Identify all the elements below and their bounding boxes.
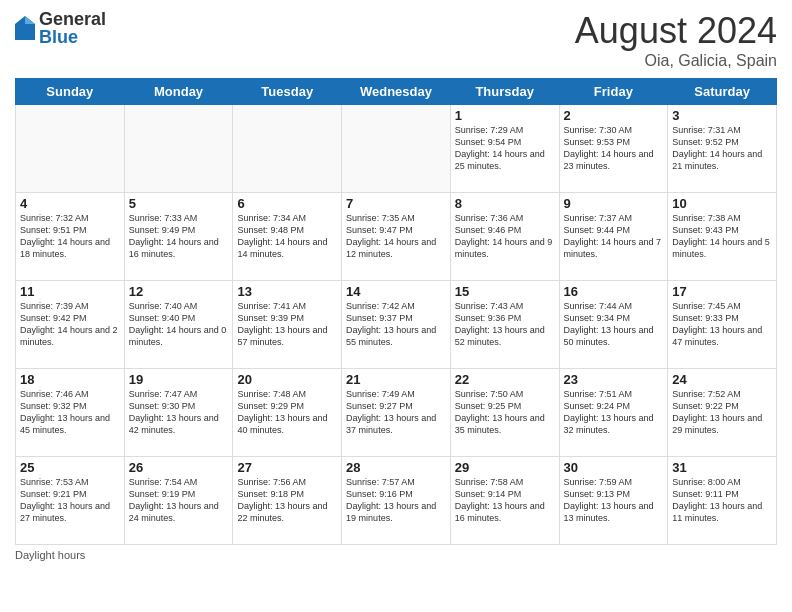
logo-text: General Blue bbox=[39, 10, 106, 46]
day-number: 23 bbox=[564, 372, 664, 387]
day-cell: 16Sunrise: 7:44 AM Sunset: 9:34 PM Dayli… bbox=[559, 281, 668, 369]
day-info: Sunrise: 7:42 AM Sunset: 9:37 PM Dayligh… bbox=[346, 300, 446, 349]
day-info: Sunrise: 7:45 AM Sunset: 9:33 PM Dayligh… bbox=[672, 300, 772, 349]
day-cell: 21Sunrise: 7:49 AM Sunset: 9:27 PM Dayli… bbox=[342, 369, 451, 457]
day-cell bbox=[342, 105, 451, 193]
logo-blue: Blue bbox=[39, 28, 106, 46]
day-number: 8 bbox=[455, 196, 555, 211]
day-number: 19 bbox=[129, 372, 229, 387]
day-number: 10 bbox=[672, 196, 772, 211]
footer-label: Daylight hours bbox=[15, 549, 85, 561]
day-info: Sunrise: 7:48 AM Sunset: 9:29 PM Dayligh… bbox=[237, 388, 337, 437]
day-number: 21 bbox=[346, 372, 446, 387]
day-number: 25 bbox=[20, 460, 120, 475]
day-cell: 29Sunrise: 7:58 AM Sunset: 9:14 PM Dayli… bbox=[450, 457, 559, 545]
day-info: Sunrise: 7:43 AM Sunset: 9:36 PM Dayligh… bbox=[455, 300, 555, 349]
day-cell: 17Sunrise: 7:45 AM Sunset: 9:33 PM Dayli… bbox=[668, 281, 777, 369]
day-cell: 3Sunrise: 7:31 AM Sunset: 9:52 PM Daylig… bbox=[668, 105, 777, 193]
day-number: 3 bbox=[672, 108, 772, 123]
day-info: Sunrise: 7:31 AM Sunset: 9:52 PM Dayligh… bbox=[672, 124, 772, 173]
day-number: 1 bbox=[455, 108, 555, 123]
day-cell: 13Sunrise: 7:41 AM Sunset: 9:39 PM Dayli… bbox=[233, 281, 342, 369]
day-number: 29 bbox=[455, 460, 555, 475]
day-cell: 25Sunrise: 7:53 AM Sunset: 9:21 PM Dayli… bbox=[16, 457, 125, 545]
week-row-4: 25Sunrise: 7:53 AM Sunset: 9:21 PM Dayli… bbox=[16, 457, 777, 545]
header-monday: Monday bbox=[124, 79, 233, 105]
day-cell: 23Sunrise: 7:51 AM Sunset: 9:24 PM Dayli… bbox=[559, 369, 668, 457]
day-info: Sunrise: 7:59 AM Sunset: 9:13 PM Dayligh… bbox=[564, 476, 664, 525]
day-info: Sunrise: 7:51 AM Sunset: 9:24 PM Dayligh… bbox=[564, 388, 664, 437]
header-sunday: Sunday bbox=[16, 79, 125, 105]
header: General Blue August 2024 Oia, Galicia, S… bbox=[15, 10, 777, 70]
day-info: Sunrise: 7:56 AM Sunset: 9:18 PM Dayligh… bbox=[237, 476, 337, 525]
footer: Daylight hours bbox=[15, 549, 777, 561]
day-number: 24 bbox=[672, 372, 772, 387]
day-cell: 12Sunrise: 7:40 AM Sunset: 9:40 PM Dayli… bbox=[124, 281, 233, 369]
day-cell: 30Sunrise: 7:59 AM Sunset: 9:13 PM Dayli… bbox=[559, 457, 668, 545]
header-friday: Friday bbox=[559, 79, 668, 105]
day-number: 12 bbox=[129, 284, 229, 299]
day-info: Sunrise: 8:00 AM Sunset: 9:11 PM Dayligh… bbox=[672, 476, 772, 525]
day-number: 5 bbox=[129, 196, 229, 211]
day-info: Sunrise: 7:39 AM Sunset: 9:42 PM Dayligh… bbox=[20, 300, 120, 349]
day-number: 16 bbox=[564, 284, 664, 299]
day-number: 9 bbox=[564, 196, 664, 211]
day-cell: 6Sunrise: 7:34 AM Sunset: 9:48 PM Daylig… bbox=[233, 193, 342, 281]
title-block: August 2024 Oia, Galicia, Spain bbox=[575, 10, 777, 70]
day-cell: 15Sunrise: 7:43 AM Sunset: 9:36 PM Dayli… bbox=[450, 281, 559, 369]
day-number: 2 bbox=[564, 108, 664, 123]
day-number: 15 bbox=[455, 284, 555, 299]
day-cell: 7Sunrise: 7:35 AM Sunset: 9:47 PM Daylig… bbox=[342, 193, 451, 281]
day-cell: 8Sunrise: 7:36 AM Sunset: 9:46 PM Daylig… bbox=[450, 193, 559, 281]
week-row-3: 18Sunrise: 7:46 AM Sunset: 9:32 PM Dayli… bbox=[16, 369, 777, 457]
day-info: Sunrise: 7:49 AM Sunset: 9:27 PM Dayligh… bbox=[346, 388, 446, 437]
day-info: Sunrise: 7:29 AM Sunset: 9:54 PM Dayligh… bbox=[455, 124, 555, 173]
day-number: 26 bbox=[129, 460, 229, 475]
day-cell: 10Sunrise: 7:38 AM Sunset: 9:43 PM Dayli… bbox=[668, 193, 777, 281]
day-info: Sunrise: 7:47 AM Sunset: 9:30 PM Dayligh… bbox=[129, 388, 229, 437]
day-info: Sunrise: 7:35 AM Sunset: 9:47 PM Dayligh… bbox=[346, 212, 446, 261]
day-cell: 4Sunrise: 7:32 AM Sunset: 9:51 PM Daylig… bbox=[16, 193, 125, 281]
day-cell: 26Sunrise: 7:54 AM Sunset: 9:19 PM Dayli… bbox=[124, 457, 233, 545]
day-number: 13 bbox=[237, 284, 337, 299]
day-info: Sunrise: 7:32 AM Sunset: 9:51 PM Dayligh… bbox=[20, 212, 120, 261]
day-cell bbox=[16, 105, 125, 193]
day-info: Sunrise: 7:44 AM Sunset: 9:34 PM Dayligh… bbox=[564, 300, 664, 349]
day-cell bbox=[233, 105, 342, 193]
week-row-0: 1Sunrise: 7:29 AM Sunset: 9:54 PM Daylig… bbox=[16, 105, 777, 193]
day-info: Sunrise: 7:41 AM Sunset: 9:39 PM Dayligh… bbox=[237, 300, 337, 349]
day-cell: 22Sunrise: 7:50 AM Sunset: 9:25 PM Dayli… bbox=[450, 369, 559, 457]
logo-icon bbox=[15, 16, 35, 40]
day-number: 27 bbox=[237, 460, 337, 475]
day-info: Sunrise: 7:36 AM Sunset: 9:46 PM Dayligh… bbox=[455, 212, 555, 261]
day-info: Sunrise: 7:38 AM Sunset: 9:43 PM Dayligh… bbox=[672, 212, 772, 261]
day-info: Sunrise: 7:34 AM Sunset: 9:48 PM Dayligh… bbox=[237, 212, 337, 261]
day-number: 6 bbox=[237, 196, 337, 211]
day-cell: 19Sunrise: 7:47 AM Sunset: 9:30 PM Dayli… bbox=[124, 369, 233, 457]
day-info: Sunrise: 7:54 AM Sunset: 9:19 PM Dayligh… bbox=[129, 476, 229, 525]
day-cell: 20Sunrise: 7:48 AM Sunset: 9:29 PM Dayli… bbox=[233, 369, 342, 457]
day-number: 20 bbox=[237, 372, 337, 387]
day-cell: 9Sunrise: 7:37 AM Sunset: 9:44 PM Daylig… bbox=[559, 193, 668, 281]
day-info: Sunrise: 7:58 AM Sunset: 9:14 PM Dayligh… bbox=[455, 476, 555, 525]
day-number: 28 bbox=[346, 460, 446, 475]
day-number: 22 bbox=[455, 372, 555, 387]
day-cell: 11Sunrise: 7:39 AM Sunset: 9:42 PM Dayli… bbox=[16, 281, 125, 369]
day-cell: 5Sunrise: 7:33 AM Sunset: 9:49 PM Daylig… bbox=[124, 193, 233, 281]
day-number: 31 bbox=[672, 460, 772, 475]
day-info: Sunrise: 7:50 AM Sunset: 9:25 PM Dayligh… bbox=[455, 388, 555, 437]
day-info: Sunrise: 7:46 AM Sunset: 9:32 PM Dayligh… bbox=[20, 388, 120, 437]
day-cell: 14Sunrise: 7:42 AM Sunset: 9:37 PM Dayli… bbox=[342, 281, 451, 369]
day-cell: 28Sunrise: 7:57 AM Sunset: 9:16 PM Dayli… bbox=[342, 457, 451, 545]
day-cell: 1Sunrise: 7:29 AM Sunset: 9:54 PM Daylig… bbox=[450, 105, 559, 193]
day-cell: 31Sunrise: 8:00 AM Sunset: 9:11 PM Dayli… bbox=[668, 457, 777, 545]
day-info: Sunrise: 7:53 AM Sunset: 9:21 PM Dayligh… bbox=[20, 476, 120, 525]
header-wednesday: Wednesday bbox=[342, 79, 451, 105]
day-cell: 2Sunrise: 7:30 AM Sunset: 9:53 PM Daylig… bbox=[559, 105, 668, 193]
logo-general: General bbox=[39, 10, 106, 28]
day-cell: 18Sunrise: 7:46 AM Sunset: 9:32 PM Dayli… bbox=[16, 369, 125, 457]
day-number: 17 bbox=[672, 284, 772, 299]
header-saturday: Saturday bbox=[668, 79, 777, 105]
week-row-2: 11Sunrise: 7:39 AM Sunset: 9:42 PM Dayli… bbox=[16, 281, 777, 369]
logo: General Blue bbox=[15, 10, 106, 46]
